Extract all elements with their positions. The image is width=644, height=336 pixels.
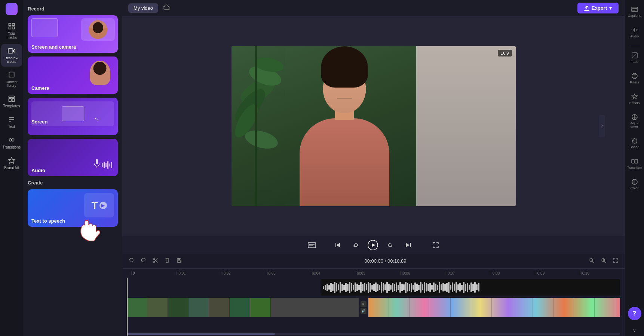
forward-button[interactable]: 5 [386,239,397,251]
svg-rect-6 [9,98,12,101]
svg-point-9 [12,139,14,141]
right-sidebar: Captions Audio Fade Filters Effects Adju… [625,0,644,336]
timeline-zoom-controls [587,256,620,266]
tts-label: Text to speech [31,218,65,224]
svg-rect-0 [9,24,11,26]
color-sidebar-button[interactable]: Color [626,175,643,193]
transitions-icon [8,136,15,144]
camera-card[interactable]: Camera [28,56,118,94]
tts-card[interactable]: T ▶ Text to speech [28,189,118,227]
play-button[interactable] [366,238,380,252]
templates-icon [8,95,15,103]
captions-sidebar-icon [631,6,638,13]
create-section-title: Create [28,180,118,186]
sidebar-collapse-arrow[interactable]: ∨ [633,328,636,333]
zoom-in-button[interactable] [599,256,608,266]
speed-icon [631,137,638,144]
sidebar-item-content-library[interactable]: Content library [1,68,22,91]
playhead[interactable] [127,278,128,336]
camera-label: Camera [31,85,49,91]
rewind-button[interactable]: 5 [349,239,360,251]
svg-point-26 [153,258,154,260]
left-navigation: Your media Record & create Content libra… [0,0,23,336]
cut-icon [152,257,158,263]
color-icon [631,178,638,185]
save-button[interactable] [175,256,184,266]
video-preview: 16:9 [231,46,516,206]
svg-point-17 [243,127,279,152]
audio-sidebar-icon [631,27,638,33]
screen-label: Screen [31,119,47,125]
fit-to-screen-button[interactable] [611,256,620,266]
svg-line-35 [604,261,606,263]
svg-rect-19 [308,242,316,248]
brand-icon [8,157,15,164]
effects-icon [631,93,638,100]
svg-rect-30 [178,261,181,262]
skip-back-button[interactable] [332,240,343,250]
save-icon [176,257,182,263]
svg-rect-5 [9,96,15,98]
svg-rect-45 [632,159,634,163]
aspect-ratio-badge: 16:9 [498,50,512,56]
main-area: My video Export ▾ [122,0,625,336]
skip-back-icon [334,241,341,249]
svg-text:5: 5 [353,244,355,247]
fade-sidebar-button[interactable]: Fade [626,49,643,67]
zoom-in-icon [601,257,607,263]
text-icon [8,116,15,123]
play-icon [368,240,378,250]
transition-sidebar-button[interactable]: Transition [626,155,643,172]
delete-icon [164,257,170,263]
sidebar-item-transitions[interactable]: Transitions [1,133,22,152]
svg-rect-3 [12,27,15,29]
undo-button[interactable] [127,256,136,266]
sidebar-item-brand[interactable]: Brand kit [1,154,22,173]
help-button[interactable]: ? [628,307,641,320]
skip-forward-icon [404,241,412,249]
svg-rect-29 [178,259,180,260]
timeline-ruler: 0 |0:01 |0:02 |0:03 |0:04 |0:05 |0:06 |0… [122,269,625,278]
transition-icon [631,158,638,165]
svg-rect-1 [12,24,15,26]
screen-and-camera-card[interactable]: Screen and camera [28,15,118,53]
sidebar-item-text[interactable]: Text [1,113,22,132]
sidebar-item-record-create[interactable]: Record & create [1,44,22,67]
adjust-colors-sidebar-button[interactable]: Adjust colors [626,111,643,131]
cut-button[interactable] [151,256,160,266]
video-controls: 5 5 [122,236,625,254]
top-bar: My video Export ▾ [122,0,625,16]
sidebar-item-templates[interactable]: Templates [1,92,22,111]
filters-sidebar-button[interactable]: Filters [626,70,643,87]
redo-button[interactable] [139,256,148,266]
audio-label: Audio [31,168,45,173]
captions-control-button[interactable] [306,241,318,250]
undo-icon [128,257,134,263]
screen-card[interactable]: ↖ Screen [28,98,118,135]
record-section-title: Record [28,6,118,12]
cloud-icon[interactable] [163,4,170,12]
fit-screen-icon [613,257,619,263]
timeline-area: 00:00.00 / 00:10.89 [122,254,625,336]
sidebar-collapse-button[interactable]: ‹ [599,115,605,137]
timeline-scrollbar[interactable] [127,333,620,335]
effects-sidebar-button[interactable]: Effects [626,90,643,108]
my-video-tab[interactable]: My video [128,3,158,13]
skip-forward-button[interactable] [403,240,413,250]
zoom-out-button[interactable] [587,256,596,266]
grid-icon [8,22,15,30]
timeline-time-display: 00:00.00 / 00:10.89 [187,258,584,264]
forward-icon: 5 [387,241,395,249]
export-button[interactable]: Export ▾ [577,3,619,13]
fade-icon [631,52,638,59]
sidebar-item-your-media[interactable]: Your media [1,19,22,43]
captions-sidebar-button[interactable]: Captions [626,3,643,21]
record-panel: Record Screen and camera Camera [23,0,122,336]
speed-sidebar-button[interactable]: Speed [626,134,643,152]
fullscreen-button[interactable] [430,240,441,250]
delete-button[interactable] [163,256,172,266]
svg-text:5: 5 [391,244,392,247]
audio-card[interactable]: Audio [28,139,118,176]
audio-sidebar-button[interactable]: Audio [626,24,643,41]
captions-icon [308,242,316,248]
